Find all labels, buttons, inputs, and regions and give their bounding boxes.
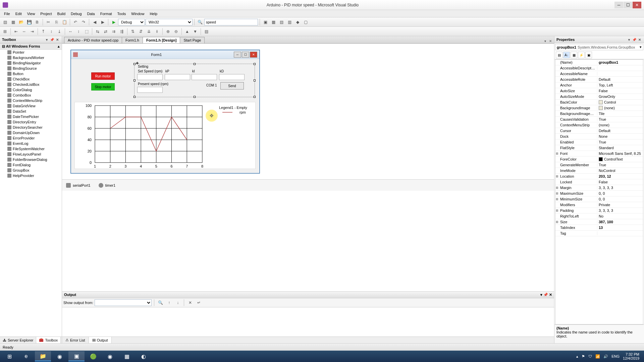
errorlist-tab[interactable]: ⚠Error List <box>62 337 89 343</box>
property-value[interactable]: True <box>597 117 643 121</box>
save-all-icon[interactable]: 🗎 <box>34 18 41 26</box>
same-width-icon[interactable]: ↔ <box>67 28 74 35</box>
property-row[interactable]: Tag <box>555 231 643 236</box>
output-clear-icon[interactable]: ✕ <box>186 299 194 306</box>
property-row[interactable]: AccessibleRoleDefault <box>555 77 643 82</box>
props-pin-icon[interactable]: 📌 <box>632 37 637 42</box>
save-icon[interactable]: 💾 <box>25 18 33 26</box>
find-icon[interactable]: 🔍 <box>196 18 204 26</box>
toolbox-item[interactable]: BindingSource <box>0 66 62 71</box>
property-row[interactable]: (Name)groupBox1 <box>555 60 643 65</box>
center-v-icon[interactable]: ⊖ <box>172 28 180 35</box>
tray-time[interactable]: 7:32 PM <box>623 352 639 356</box>
property-value[interactable]: NoControl <box>597 169 643 173</box>
maximize-button[interactable]: ☐ <box>624 2 632 8</box>
output-pin-icon[interactable]: 📌 <box>543 293 548 297</box>
expand-icon[interactable]: ⊞ <box>555 220 559 224</box>
toolbox-tab[interactable]: 🧰Toolbox <box>36 337 61 343</box>
menu-file[interactable]: File <box>1 11 13 16</box>
groupbox-setting[interactable]: ✥ Setting Set Speed (rpm) kP kI kD <box>134 64 255 97</box>
tray-timer[interactable]: timer1 <box>99 183 116 188</box>
properties-icon[interactable]: ▦ <box>571 52 577 58</box>
tray-up-icon[interactable]: ▴ <box>576 354 578 359</box>
toolbox-dropdown-icon[interactable]: ▾ <box>44 37 49 42</box>
events-icon[interactable]: ⚡ <box>578 52 585 58</box>
menu-help[interactable]: Help <box>147 11 160 16</box>
property-row[interactable]: LockedFalse <box>555 179 643 185</box>
toolbox-item[interactable]: CheckBox <box>0 76 62 82</box>
hspace-inc-icon[interactable]: ⇄ <box>102 28 109 35</box>
property-value[interactable]: 0, 0 <box>597 197 643 201</box>
resize-handle[interactable] <box>254 63 256 65</box>
stop-motor-button[interactable]: Stop motor <box>91 83 115 90</box>
input-kd[interactable] <box>219 74 245 80</box>
property-row[interactable]: ⊞Size387, 100 <box>555 219 643 225</box>
property-value[interactable]: Default <box>597 129 643 133</box>
property-value[interactable]: GrowOnly <box>597 95 643 99</box>
resize-handle[interactable] <box>194 63 196 65</box>
tray-lang[interactable]: ENG <box>611 354 620 358</box>
property-value[interactable]: Tile <box>597 112 643 116</box>
platform-combo[interactable]: Win32 <box>146 19 193 25</box>
output-next-icon[interactable]: ↓ <box>174 299 181 306</box>
property-value[interactable]: True <box>597 163 643 167</box>
toolbox-item[interactable]: DirectorySearcher <box>0 125 62 130</box>
property-value[interactable]: ControlText <box>597 157 643 161</box>
property-row[interactable]: CausesValidationTrue <box>555 117 643 122</box>
toolbox-item[interactable]: ComboBox <box>0 93 62 98</box>
toolbox-item[interactable]: FileSystemWatcher <box>0 146 62 152</box>
doc-tab-start[interactable]: Start Page <box>180 37 205 43</box>
minimize-button[interactable]: ─ <box>614 2 623 8</box>
tray-network-icon[interactable]: 📶 <box>595 354 600 359</box>
input-present[interactable] <box>137 87 163 93</box>
run-motor-button[interactable]: Run motor <box>91 72 115 80</box>
property-row[interactable]: ForeColorControlText <box>555 157 643 162</box>
tb-misc1-icon[interactable]: ▣ <box>262 18 269 26</box>
property-value[interactable]: Default <box>597 77 643 81</box>
app2-icon[interactable]: ◐ <box>136 351 152 361</box>
vspace-rem-icon[interactable]: ⤈ <box>153 28 161 35</box>
property-value[interactable]: False <box>597 89 643 93</box>
vs-taskbar-icon[interactable]: ▣ <box>68 351 85 361</box>
toolbox-item[interactable]: HelpProvider <box>0 173 62 178</box>
property-row[interactable]: ⊞FontMicrosoft Sans Serif, 8.25 <box>555 151 643 157</box>
nav-fwd-icon[interactable]: ▶ <box>99 18 106 26</box>
property-row[interactable]: EnabledTrue <box>555 139 643 145</box>
expand-icon[interactable]: ⊞ <box>555 209 559 212</box>
start-button[interactable]: ⊞ <box>1 351 17 361</box>
align-center-icon[interactable]: ↔ <box>20 28 28 35</box>
expand-icon[interactable]: ⊞ <box>555 186 559 189</box>
close-button[interactable]: ✕ <box>633 2 641 8</box>
output-close-icon[interactable]: ✕ <box>549 293 552 297</box>
excel-icon[interactable]: ▦ <box>119 351 135 361</box>
property-row[interactable]: BackgroundImage(none) <box>555 105 643 111</box>
center-h-icon[interactable]: ⊕ <box>164 28 172 35</box>
toolbox-category[interactable]: ⊟ All Windows Forms▴ <box>0 43 62 50</box>
toolbox-item[interactable]: Pointer <box>0 50 62 55</box>
property-object-selector[interactable]: groupBox1 System.Windows.Forms.GroupBox … <box>555 44 643 50</box>
expand-icon[interactable]: ⊞ <box>555 152 559 155</box>
resize-handle[interactable] <box>194 96 196 98</box>
toolbox-item[interactable]: FontDialog <box>0 162 62 168</box>
undo-icon[interactable]: ↶ <box>72 18 79 26</box>
output-source-combo[interactable] <box>95 299 152 306</box>
property-row[interactable]: GenerateMemberTrue <box>555 162 643 168</box>
toolbox-close-icon[interactable]: ✕ <box>55 37 60 42</box>
menu-debug[interactable]: Debug <box>68 11 84 16</box>
input-setspeed[interactable] <box>137 74 163 80</box>
redo-icon[interactable]: ↷ <box>80 18 87 26</box>
expand-icon[interactable]: ⊞ <box>555 192 559 195</box>
output-tab[interactable]: ▤Output <box>89 337 112 343</box>
resize-handle[interactable] <box>254 96 256 98</box>
form-window[interactable]: Form1 ─ ☐ ✕ Run motor Stop motor ✥ <box>70 50 260 174</box>
property-row[interactable]: ModifiersPrivate <box>555 202 643 208</box>
output-dropdown-icon[interactable]: ▾ <box>540 293 542 297</box>
menu-view[interactable]: View <box>24 11 38 16</box>
toolbox-header[interactable]: Toolbox ▾ 📌 ✕ <box>0 36 62 43</box>
property-value[interactable]: groupBox1 <box>597 60 643 64</box>
output-find-icon[interactable]: 🔍 <box>157 299 164 306</box>
menu-build[interactable]: Build <box>55 11 68 16</box>
toolbox-item[interactable]: DataSet <box>0 109 62 114</box>
app-icon[interactable]: 🟢 <box>85 351 101 361</box>
property-row[interactable]: TabIndex13 <box>555 225 643 231</box>
